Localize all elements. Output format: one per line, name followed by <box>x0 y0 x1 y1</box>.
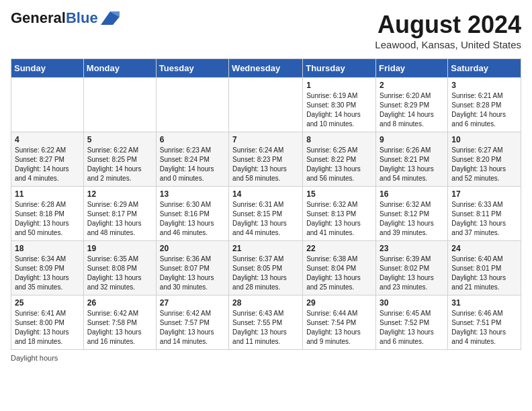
weekday-header: Monday <box>83 59 156 78</box>
title-area: August 2024 Leawood, Kansas, United Stat… <box>375 11 521 50</box>
logo: GeneralBlue <box>11 11 120 26</box>
day-number: 7 <box>232 135 299 144</box>
calendar-week-row: 18Sunrise: 6:34 AM Sunset: 8:09 PM Dayli… <box>11 241 521 295</box>
calendar-cell: 8Sunrise: 6:25 AM Sunset: 8:22 PM Daylig… <box>303 132 376 187</box>
day-info: Sunrise: 6:21 AM Sunset: 8:28 PM Dayligh… <box>451 91 517 129</box>
calendar-cell: 28Sunrise: 6:43 AM Sunset: 7:55 PM Dayli… <box>229 295 303 350</box>
day-number: 2 <box>380 81 444 90</box>
day-info: Sunrise: 6:28 AM Sunset: 8:18 PM Dayligh… <box>15 200 80 238</box>
day-info: Sunrise: 6:43 AM Sunset: 7:55 PM Dayligh… <box>232 309 299 347</box>
day-info: Sunrise: 6:27 AM Sunset: 8:20 PM Dayligh… <box>451 146 517 183</box>
calendar-cell: 23Sunrise: 6:39 AM Sunset: 8:02 PM Dayli… <box>376 241 448 295</box>
calendar-cell: 7Sunrise: 6:24 AM Sunset: 8:23 PM Daylig… <box>229 132 303 187</box>
calendar-header-row: SundayMondayTuesdayWednesdayThursdayFrid… <box>11 59 521 78</box>
day-info: Sunrise: 6:19 AM Sunset: 8:30 PM Dayligh… <box>306 91 372 129</box>
calendar-cell <box>156 78 228 132</box>
day-info: Sunrise: 6:44 AM Sunset: 7:54 PM Dayligh… <box>306 309 372 347</box>
calendar-week-row: 11Sunrise: 6:28 AM Sunset: 8:18 PM Dayli… <box>11 187 521 241</box>
location-subtitle: Leawood, Kansas, United States <box>375 39 521 50</box>
day-info: Sunrise: 6:26 AM Sunset: 8:21 PM Dayligh… <box>380 146 444 183</box>
day-info: Sunrise: 6:22 AM Sunset: 8:25 PM Dayligh… <box>87 146 152 183</box>
calendar-cell: 31Sunrise: 6:46 AM Sunset: 7:51 PM Dayli… <box>448 295 521 350</box>
day-info: Sunrise: 6:24 AM Sunset: 8:23 PM Dayligh… <box>232 146 299 183</box>
footer-note: Daylight hours <box>11 354 521 362</box>
calendar-cell: 4Sunrise: 6:22 AM Sunset: 8:27 PM Daylig… <box>11 132 84 187</box>
day-info: Sunrise: 6:38 AM Sunset: 8:04 PM Dayligh… <box>306 255 372 292</box>
day-number: 12 <box>87 189 152 199</box>
calendar-cell: 30Sunrise: 6:45 AM Sunset: 7:52 PM Dayli… <box>376 295 448 350</box>
day-number: 27 <box>160 298 225 308</box>
calendar-cell: 20Sunrise: 6:36 AM Sunset: 8:07 PM Dayli… <box>156 241 228 295</box>
weekday-header: Sunday <box>11 59 84 78</box>
calendar-cell: 9Sunrise: 6:26 AM Sunset: 8:21 PM Daylig… <box>376 132 448 187</box>
calendar-cell: 14Sunrise: 6:31 AM Sunset: 8:15 PM Dayli… <box>229 187 303 241</box>
day-number: 15 <box>306 189 372 199</box>
day-info: Sunrise: 6:29 AM Sunset: 8:17 PM Dayligh… <box>87 200 152 238</box>
day-number: 24 <box>451 244 517 253</box>
weekday-header: Thursday <box>303 59 376 78</box>
calendar-cell: 1Sunrise: 6:19 AM Sunset: 8:30 PM Daylig… <box>303 78 376 132</box>
calendar-cell <box>229 78 303 132</box>
day-info: Sunrise: 6:32 AM Sunset: 8:13 PM Dayligh… <box>306 200 372 238</box>
day-info: Sunrise: 6:20 AM Sunset: 8:29 PM Dayligh… <box>380 91 444 129</box>
calendar-cell: 22Sunrise: 6:38 AM Sunset: 8:04 PM Dayli… <box>303 241 376 295</box>
logo-icon <box>101 11 120 25</box>
weekday-header: Tuesday <box>156 59 228 78</box>
calendar-cell: 29Sunrise: 6:44 AM Sunset: 7:54 PM Dayli… <box>303 295 376 350</box>
day-number: 26 <box>87 298 152 308</box>
day-number: 9 <box>380 135 444 144</box>
day-number: 22 <box>306 244 372 253</box>
calendar-week-row: 25Sunrise: 6:41 AM Sunset: 8:00 PM Dayli… <box>11 295 521 350</box>
day-number: 4 <box>15 135 80 144</box>
day-number: 23 <box>380 244 444 253</box>
month-year-title: August 2024 <box>375 11 521 39</box>
day-info: Sunrise: 6:41 AM Sunset: 8:00 PM Dayligh… <box>15 309 80 347</box>
day-number: 6 <box>160 135 225 144</box>
day-info: Sunrise: 6:42 AM Sunset: 7:57 PM Dayligh… <box>160 309 225 347</box>
calendar-table: SundayMondayTuesdayWednesdayThursdayFrid… <box>11 58 521 350</box>
day-number: 28 <box>232 298 299 308</box>
calendar-cell <box>11 78 84 132</box>
calendar-cell: 27Sunrise: 6:42 AM Sunset: 7:57 PM Dayli… <box>156 295 228 350</box>
calendar-week-row: 4Sunrise: 6:22 AM Sunset: 8:27 PM Daylig… <box>11 132 521 187</box>
day-info: Sunrise: 6:23 AM Sunset: 8:24 PM Dayligh… <box>160 146 225 183</box>
day-number: 16 <box>380 189 444 199</box>
day-info: Sunrise: 6:40 AM Sunset: 8:01 PM Dayligh… <box>451 255 517 292</box>
calendar-cell: 12Sunrise: 6:29 AM Sunset: 8:17 PM Dayli… <box>83 187 156 241</box>
calendar-cell: 17Sunrise: 6:33 AM Sunset: 8:11 PM Dayli… <box>448 187 521 241</box>
day-number: 14 <box>232 189 299 199</box>
calendar-cell: 24Sunrise: 6:40 AM Sunset: 8:01 PM Dayli… <box>448 241 521 295</box>
day-info: Sunrise: 6:46 AM Sunset: 7:51 PM Dayligh… <box>451 309 517 347</box>
day-number: 17 <box>451 189 517 199</box>
day-info: Sunrise: 6:42 AM Sunset: 7:58 PM Dayligh… <box>87 309 152 347</box>
day-number: 30 <box>380 298 444 308</box>
calendar-cell: 6Sunrise: 6:23 AM Sunset: 8:24 PM Daylig… <box>156 132 228 187</box>
logo-blue: Blue <box>66 9 98 26</box>
day-info: Sunrise: 6:37 AM Sunset: 8:05 PM Dayligh… <box>232 255 299 292</box>
day-number: 19 <box>87 244 152 253</box>
page-header: GeneralBlue August 2024 Leawood, Kansas,… <box>11 11 521 50</box>
calendar-cell: 13Sunrise: 6:30 AM Sunset: 8:16 PM Dayli… <box>156 187 228 241</box>
weekday-header: Saturday <box>448 59 521 78</box>
day-info: Sunrise: 6:32 AM Sunset: 8:12 PM Dayligh… <box>380 200 444 238</box>
day-info: Sunrise: 6:25 AM Sunset: 8:22 PM Dayligh… <box>306 146 372 183</box>
day-number: 25 <box>15 298 80 308</box>
day-number: 20 <box>160 244 225 253</box>
calendar-cell: 5Sunrise: 6:22 AM Sunset: 8:25 PM Daylig… <box>83 132 156 187</box>
calendar-cell: 25Sunrise: 6:41 AM Sunset: 8:00 PM Dayli… <box>11 295 84 350</box>
day-number: 3 <box>451 81 517 90</box>
calendar-cell: 16Sunrise: 6:32 AM Sunset: 8:12 PM Dayli… <box>376 187 448 241</box>
day-number: 1 <box>306 81 372 90</box>
day-number: 18 <box>15 244 80 253</box>
day-number: 13 <box>160 189 225 199</box>
day-info: Sunrise: 6:31 AM Sunset: 8:15 PM Dayligh… <box>232 200 299 238</box>
calendar-cell: 18Sunrise: 6:34 AM Sunset: 8:09 PM Dayli… <box>11 241 84 295</box>
day-number: 8 <box>306 135 372 144</box>
calendar-week-row: 1Sunrise: 6:19 AM Sunset: 8:30 PM Daylig… <box>11 78 521 132</box>
calendar-cell: 11Sunrise: 6:28 AM Sunset: 8:18 PM Dayli… <box>11 187 84 241</box>
day-info: Sunrise: 6:34 AM Sunset: 8:09 PM Dayligh… <box>15 255 80 292</box>
day-info: Sunrise: 6:30 AM Sunset: 8:16 PM Dayligh… <box>160 200 225 238</box>
day-number: 5 <box>87 135 152 144</box>
day-info: Sunrise: 6:22 AM Sunset: 8:27 PM Dayligh… <box>15 146 80 183</box>
day-info: Sunrise: 6:45 AM Sunset: 7:52 PM Dayligh… <box>380 309 444 347</box>
